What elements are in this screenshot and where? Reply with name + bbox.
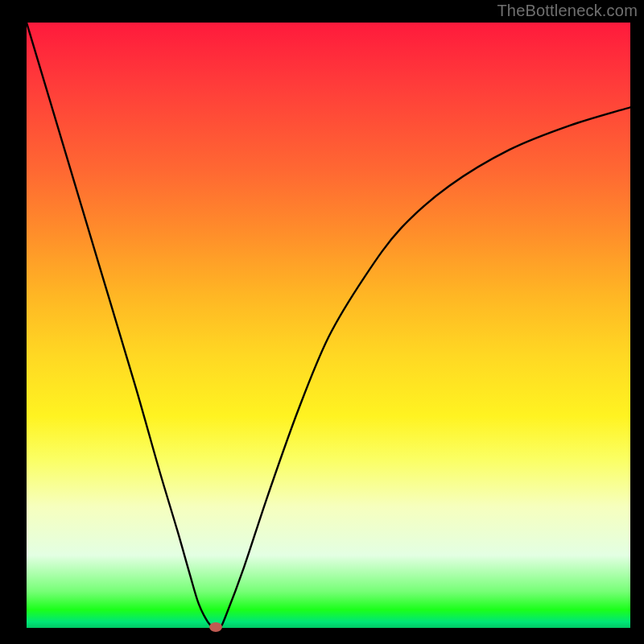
curve-layer — [27, 23, 630, 628]
min-marker-icon — [209, 622, 222, 632]
chart-frame: TheBottleneck.com — [0, 0, 644, 644]
plot-area — [27, 23, 630, 628]
attribution-text: TheBottleneck.com — [497, 2, 638, 20]
bottleneck-curve — [27, 23, 630, 628]
